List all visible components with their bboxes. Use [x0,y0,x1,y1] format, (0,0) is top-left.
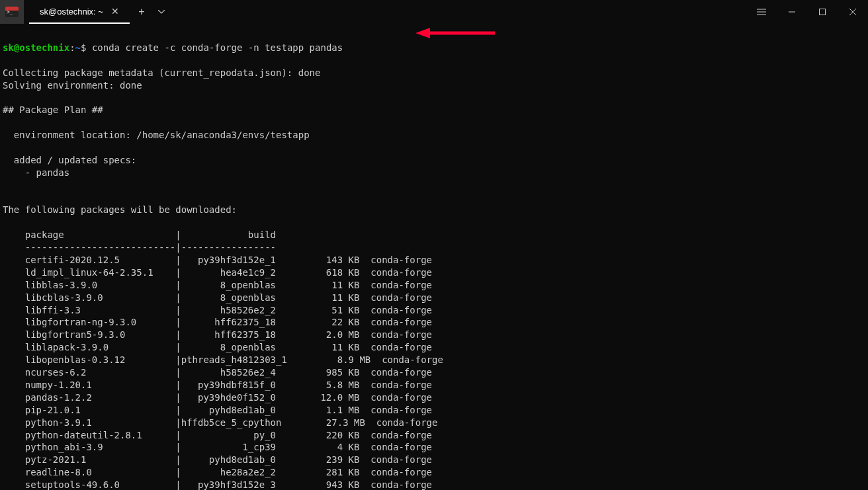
dropdown-icon[interactable] [153,0,169,24]
prompt-user: sk@ostechnix [3,42,69,53]
svg-marker-8 [415,28,430,38]
terminal-icon [5,7,19,17]
prompt-colon: : [69,42,75,53]
command-text: conda create -c conda-forge -n testapp p… [92,42,343,53]
close-icon[interactable]: ✕ [111,6,119,17]
prompt-line: sk@ostechnix:~$ conda create -c conda-fo… [3,42,865,54]
hamburger-icon[interactable] [746,0,777,24]
add-tab-button[interactable]: + [130,0,153,24]
terminal-app-icon[interactable] [0,0,24,24]
output-block: Collecting package metadata (current_rep… [3,67,865,490]
titlebar: sk@ostechnix: ~ ✕ + [0,0,868,24]
svg-rect-4 [820,9,826,15]
tab-title: sk@ostechnix: ~ [40,7,103,17]
titlebar-right [746,0,868,24]
annotation-arrow-icon [415,26,495,40]
terminal-content[interactable]: sk@ostechnix:~$ conda create -c conda-fo… [0,24,868,490]
close-button[interactable] [838,0,868,24]
prompt-dollar: $ [81,42,92,53]
minimize-button[interactable] [777,0,807,24]
prompt-path: ~ [75,42,81,53]
titlebar-left: sk@ostechnix: ~ ✕ + [0,0,169,24]
maximize-button[interactable] [807,0,838,24]
tab-active[interactable]: sk@ostechnix: ~ ✕ [29,0,130,24]
